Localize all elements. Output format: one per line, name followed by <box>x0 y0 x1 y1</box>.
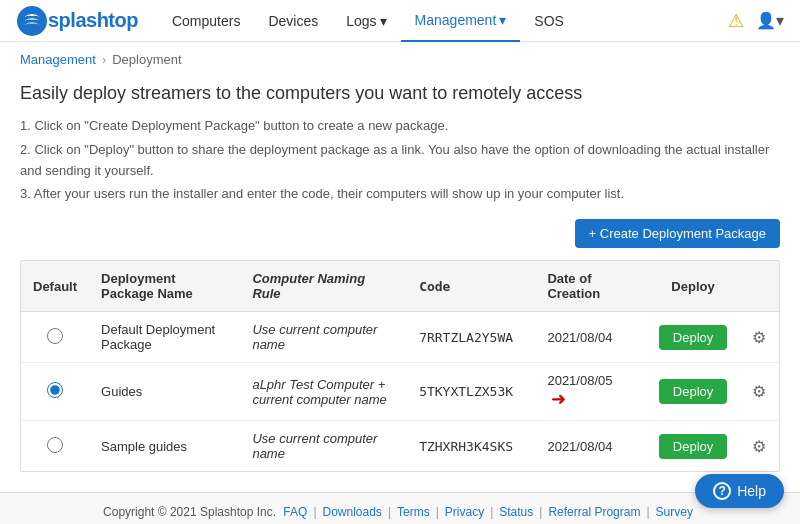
table-row: Default Deployment Package Use current c… <box>21 312 779 363</box>
help-circle-icon: ? <box>713 482 731 500</box>
footer-link-faq[interactable]: FAQ <box>283 505 307 519</box>
nav-sos[interactable]: SOS <box>520 0 578 42</box>
footer-link-survey[interactable]: Survey <box>656 505 693 519</box>
naming-rule-0: Use current computer name <box>240 312 407 363</box>
radio-input-2[interactable] <box>47 437 63 453</box>
table-row: Guides aLphr Test Computer + current com… <box>21 363 779 421</box>
naming-rule-2: Use current computer name <box>240 421 407 472</box>
radio-cell-0 <box>21 312 89 363</box>
radio-input-0[interactable] <box>47 328 63 344</box>
breadcrumb-management[interactable]: Management <box>20 52 96 67</box>
footer-link-referral-program[interactable]: Referral Program <box>548 505 640 519</box>
package-name-1: Guides <box>89 363 240 421</box>
deployment-table: Default Deployment Package Name Computer… <box>20 260 780 472</box>
footer-copyright: Copyright © 2021 Splashtop Inc. <box>103 505 276 519</box>
footer-separator: | <box>490 505 493 519</box>
footer: Copyright © 2021 Splashtop Inc. FAQ|Down… <box>0 492 800 524</box>
instruction-3: 3. After your users run the installer an… <box>20 184 780 205</box>
create-button-row: + Create Deployment Package <box>20 219 780 248</box>
table-row: Sample guides Use current computer name … <box>21 421 779 472</box>
nav-devices[interactable]: Devices <box>254 0 332 42</box>
footer-link-downloads[interactable]: Downloads <box>323 505 382 519</box>
settings-cell-2: ⚙ <box>739 421 779 472</box>
instruction-1: 1. Click on "Create Deployment Package" … <box>20 116 780 137</box>
navbar: splashtop Computers Devices Logs ▾ Manag… <box>0 0 800 42</box>
nav-logs[interactable]: Logs ▾ <box>332 0 400 42</box>
radio-cell-1 <box>21 363 89 421</box>
breadcrumb-separator: › <box>102 52 106 67</box>
breadcrumb: Management › Deployment <box>0 42 800 73</box>
settings-icon-1[interactable]: ⚙ <box>752 383 766 400</box>
table-header-row: Default Deployment Package Name Computer… <box>21 261 779 312</box>
settings-cell-0: ⚙ <box>739 312 779 363</box>
code-2: TZHXRH3K4SKS <box>407 421 535 472</box>
svg-point-0 <box>17 6 47 36</box>
deploy-button-2[interactable]: Deploy <box>659 434 727 459</box>
date-2: 2021/08/04 <box>535 421 646 472</box>
management-chevron-icon: ▾ <box>499 0 506 41</box>
instruction-2: 2. Click on "Deploy" button to share the… <box>20 140 780 182</box>
deploy-cell-0: Deploy <box>647 312 739 363</box>
th-code: Code <box>407 261 535 312</box>
th-deploy: Deploy <box>647 261 739 312</box>
nav-links: Computers Devices Logs ▾ Management ▾ SO… <box>158 0 728 42</box>
th-date: Date of Creation <box>535 261 646 312</box>
nav-management[interactable]: Management ▾ <box>401 0 521 42</box>
red-arrow-annotation: ➜ <box>551 389 566 409</box>
naming-rule-1: aLphr Test Computer + current computer n… <box>240 363 407 421</box>
footer-separator: | <box>539 505 542 519</box>
radio-cell-2 <box>21 421 89 472</box>
main-content: Easily deploy streamers to the computers… <box>0 73 800 492</box>
th-default: Default <box>21 261 89 312</box>
radio-input-1[interactable] <box>47 382 63 398</box>
user-menu-icon[interactable]: 👤▾ <box>756 11 784 30</box>
date-1: 2021/08/05 ➜ <box>535 363 646 421</box>
page-title: Easily deploy streamers to the computers… <box>20 83 780 104</box>
footer-link-status[interactable]: Status <box>499 505 533 519</box>
footer-separator: | <box>388 505 391 519</box>
date-0: 2021/08/04 <box>535 312 646 363</box>
nav-icons: ⚠ 👤▾ <box>728 10 784 32</box>
footer-link-terms[interactable]: Terms <box>397 505 430 519</box>
deploy-cell-1: Deploy <box>647 363 739 421</box>
footer-link-privacy[interactable]: Privacy <box>445 505 484 519</box>
brand-logo[interactable]: splashtop <box>16 5 138 37</box>
settings-icon-0[interactable]: ⚙ <box>752 329 766 346</box>
nav-computers[interactable]: Computers <box>158 0 254 42</box>
footer-separator: | <box>436 505 439 519</box>
logs-chevron-icon: ▾ <box>380 0 387 42</box>
breadcrumb-deployment: Deployment <box>112 52 181 67</box>
th-rule: Computer Naming Rule <box>240 261 407 312</box>
settings-icon-2[interactable]: ⚙ <box>752 438 766 455</box>
create-deployment-button[interactable]: + Create Deployment Package <box>575 219 780 248</box>
footer-separator: | <box>313 505 316 519</box>
footer-separator: | <box>646 505 649 519</box>
help-button[interactable]: ? Help <box>695 474 784 508</box>
deploy-button-1[interactable]: Deploy <box>659 379 727 404</box>
th-settings <box>739 261 779 312</box>
deploy-button-0[interactable]: Deploy <box>659 325 727 350</box>
package-name-0: Default Deployment Package <box>89 312 240 363</box>
alert-icon[interactable]: ⚠ <box>728 10 744 32</box>
brand-name-text: splashtop <box>48 9 138 32</box>
help-label: Help <box>737 483 766 499</box>
package-name-2: Sample guides <box>89 421 240 472</box>
code-0: 7RRTZLA2Y5WA <box>407 312 535 363</box>
deploy-cell-2: Deploy <box>647 421 739 472</box>
settings-cell-1: ⚙ <box>739 363 779 421</box>
code-1: 5TKYXTLZX53K <box>407 363 535 421</box>
footer-links: FAQ|Downloads|Terms|Privacy|Status|Refer… <box>279 505 697 519</box>
instructions: 1. Click on "Create Deployment Package" … <box>20 116 780 205</box>
th-name: Deployment Package Name <box>89 261 240 312</box>
